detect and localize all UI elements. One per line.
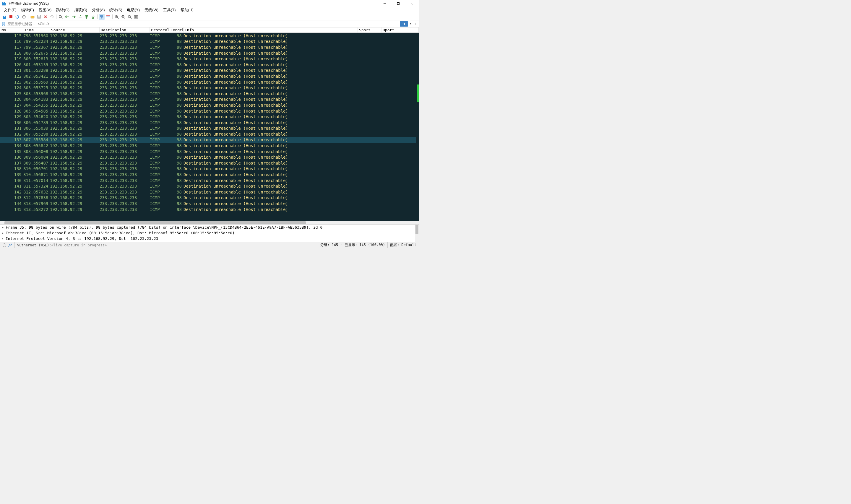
packet-list[interactable]: 115798.551960192.168.92.29233.233.233.23… bbox=[0, 33, 419, 221]
resize-columns-button[interactable] bbox=[133, 14, 139, 20]
packet-row[interactable]: 119800.552813192.168.92.29233.233.233.23… bbox=[0, 56, 416, 62]
go-first-button[interactable] bbox=[84, 14, 90, 20]
status-capture-hint: <live capture in progress> bbox=[51, 243, 107, 247]
maximize-button[interactable] bbox=[392, 0, 405, 7]
minimize-button[interactable] bbox=[378, 0, 392, 7]
toolbar-separator bbox=[97, 15, 97, 19]
col-header-dport[interactable]: Dport bbox=[381, 28, 419, 33]
scrollbar-thumb[interactable] bbox=[417, 85, 419, 102]
packet-row[interactable]: 141811.557324192.168.92.29233.233.233.23… bbox=[0, 183, 416, 189]
expand-icon[interactable]: ▸ bbox=[2, 226, 6, 229]
col-header-destination[interactable]: Destination bbox=[99, 28, 150, 33]
packet-row[interactable]: 117799.552367192.168.92.29233.233.233.23… bbox=[0, 44, 416, 50]
packet-row[interactable]: 127804.554355192.168.92.29233.233.233.23… bbox=[0, 102, 416, 108]
status-expert[interactable] bbox=[0, 242, 15, 248]
packet-row[interactable]: 131806.555039192.168.92.29233.233.233.23… bbox=[0, 126, 416, 131]
packet-row[interactable]: 120801.053139192.168.92.29233.233.233.23… bbox=[0, 62, 416, 68]
apply-filter-button[interactable] bbox=[400, 21, 408, 26]
packet-row[interactable]: 132807.055298192.168.92.29233.233.233.23… bbox=[0, 131, 416, 137]
horizontal-scrollbar[interactable] bbox=[0, 221, 419, 224]
col-header-no[interactable]: No. bbox=[0, 28, 23, 33]
detail-ethernet[interactable]: ▸Ethernet II, Src: Microsof_ab:38:ed (00… bbox=[0, 230, 419, 236]
packet-row[interactable]: 121801.553288192.168.92.29233.233.233.23… bbox=[0, 68, 416, 74]
goto-packet-button[interactable] bbox=[77, 14, 83, 20]
packet-row[interactable]: 125803.553968192.168.92.29233.233.233.23… bbox=[0, 91, 416, 96]
hscroll-thumb[interactable] bbox=[4, 221, 306, 224]
packet-list-scrollbar[interactable] bbox=[416, 33, 419, 221]
packet-row[interactable]: 140811.057014192.168.92.29233.233.233.23… bbox=[0, 178, 416, 183]
packet-row[interactable]: 142812.057632192.168.92.29233.233.233.23… bbox=[0, 189, 416, 195]
filter-dropdown-button[interactable]: ▾ bbox=[409, 21, 412, 26]
auto-scroll-button[interactable] bbox=[99, 14, 105, 20]
stop-capture-button[interactable] bbox=[8, 14, 14, 20]
zoom-out-button[interactable] bbox=[120, 14, 126, 20]
open-file-button[interactable] bbox=[30, 14, 35, 20]
packet-row[interactable]: 126804.054183192.168.92.29233.233.233.23… bbox=[0, 96, 416, 103]
go-back-button[interactable] bbox=[64, 14, 70, 20]
col-header-source[interactable]: Source bbox=[50, 28, 99, 33]
packet-row[interactable]: 122802.053421192.168.92.29233.233.233.23… bbox=[0, 73, 416, 79]
packet-row[interactable]: 144813.057969192.168.92.29233.233.233.23… bbox=[0, 201, 416, 206]
menu-analyze[interactable]: 分析(A) bbox=[90, 7, 107, 13]
packet-row[interactable]: 130806.054789192.168.92.29233.233.233.23… bbox=[0, 120, 416, 126]
menu-capture[interactable]: 捕获(C) bbox=[72, 7, 90, 13]
packet-row[interactable]: 136809.056084192.168.92.29233.233.233.23… bbox=[0, 154, 416, 160]
packet-row[interactable]: 116799.052234192.168.92.29233.233.233.23… bbox=[0, 39, 416, 44]
packet-row[interactable]: 124803.053725192.168.92.29233.233.233.23… bbox=[0, 85, 416, 91]
display-filter-input[interactable] bbox=[6, 21, 400, 26]
packet-row[interactable]: 135808.556008192.168.92.29233.233.233.23… bbox=[0, 149, 416, 155]
zoom-reset-button[interactable]: 1 bbox=[127, 14, 133, 20]
details-scroll-thumb[interactable] bbox=[415, 225, 418, 234]
save-file-button[interactable] bbox=[36, 14, 42, 20]
packet-row[interactable]: 118800.052675192.168.92.29233.233.233.23… bbox=[0, 50, 416, 56]
add-filter-button[interactable]: + bbox=[413, 21, 418, 26]
restart-capture-button[interactable] bbox=[15, 14, 20, 20]
col-header-info[interactable]: Info bbox=[183, 28, 358, 33]
packet-row[interactable]: 138810.056701192.168.92.29233.233.233.23… bbox=[0, 166, 416, 172]
status-profile[interactable]: 配置: Default bbox=[388, 242, 419, 248]
col-header-time[interactable]: Time bbox=[23, 28, 50, 33]
close-file-button[interactable] bbox=[42, 14, 49, 20]
menu-file[interactable]: 文件(F) bbox=[1, 7, 19, 13]
zoom-in-button[interactable] bbox=[114, 14, 120, 20]
capture-options-button[interactable] bbox=[21, 14, 27, 20]
expert-info-icon bbox=[3, 244, 6, 247]
detail-frame[interactable]: ▸Frame 35: 98 bytes on wire (784 bits), … bbox=[0, 224, 419, 230]
menu-telephony[interactable]: 电话(Y) bbox=[125, 7, 142, 13]
expand-icon[interactable]: ▸ bbox=[2, 237, 6, 240]
packet-row[interactable]: 134808.055842192.168.92.29233.233.233.23… bbox=[0, 143, 416, 149]
bookmark-icon[interactable] bbox=[1, 21, 6, 26]
menu-wireless[interactable]: 无线(W) bbox=[142, 7, 161, 13]
packet-row[interactable]: 145813.558272192.168.92.29233.233.233.23… bbox=[0, 206, 416, 212]
menu-tools[interactable]: 工具(T) bbox=[161, 7, 178, 13]
packet-row[interactable]: 115798.551960192.168.92.29233.233.233.23… bbox=[0, 33, 416, 39]
find-button[interactable] bbox=[58, 14, 64, 20]
menu-help[interactable]: 帮助(H) bbox=[178, 7, 196, 13]
packet-details[interactable]: ▸Frame 35: 98 bytes on wire (784 bits), … bbox=[0, 224, 419, 242]
menu-view[interactable]: 视图(V) bbox=[36, 7, 54, 13]
col-header-protocol[interactable]: Protocol bbox=[150, 28, 169, 33]
packet-row[interactable]: 143812.557838192.168.92.29233.233.233.23… bbox=[0, 195, 416, 201]
reload-button[interactable] bbox=[49, 14, 55, 20]
menu-edit[interactable]: 编辑(E) bbox=[19, 7, 36, 13]
packet-row[interactable]: 129805.554620192.168.92.29233.233.233.23… bbox=[0, 114, 416, 120]
svg-point-11 bbox=[59, 15, 61, 18]
menu-goto[interactable]: 跳转(G) bbox=[54, 7, 72, 13]
packet-row[interactable]: 139810.556871192.168.92.29233.233.233.23… bbox=[0, 172, 416, 178]
col-header-sport[interactable]: Sport bbox=[358, 28, 381, 33]
toolbar-separator bbox=[28, 15, 29, 19]
colorize-button[interactable] bbox=[105, 14, 111, 20]
menu-stats[interactable]: 统计(S) bbox=[107, 7, 124, 13]
go-forward-button[interactable] bbox=[71, 14, 76, 20]
packet-row[interactable]: 137809.556407192.168.92.29233.233.233.23… bbox=[0, 160, 416, 166]
expand-icon[interactable]: ▸ bbox=[2, 231, 6, 235]
close-button[interactable] bbox=[405, 0, 419, 7]
col-header-length[interactable]: Length bbox=[169, 28, 183, 33]
packet-row[interactable]: 123802.553569192.168.92.29233.233.233.23… bbox=[0, 79, 416, 85]
start-capture-button[interactable] bbox=[1, 14, 7, 20]
detail-ip[interactable]: ▸Internet Protocol Version 4, Src: 192.1… bbox=[0, 236, 419, 241]
packet-row[interactable]: 133807.555584192.168.92.29233.233.233.23… bbox=[0, 137, 416, 143]
packet-row[interactable]: 128805.054585192.168.92.29233.233.233.23… bbox=[0, 108, 416, 114]
go-last-button[interactable] bbox=[90, 14, 96, 20]
details-scrollbar[interactable] bbox=[415, 224, 419, 242]
